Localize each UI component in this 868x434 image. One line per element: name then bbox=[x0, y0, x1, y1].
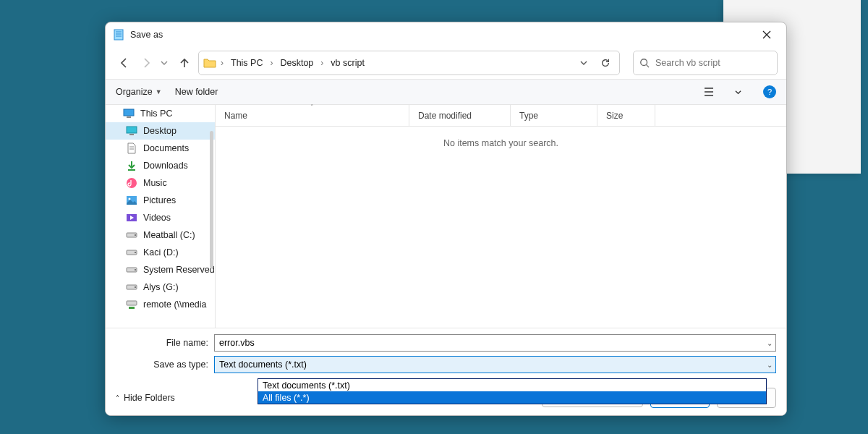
desktop-icon bbox=[126, 125, 137, 137]
svg-rect-11 bbox=[127, 127, 137, 133]
sidebar-item-label: Kaci (D:) bbox=[143, 247, 179, 258]
chevron-up-icon: ˄ bbox=[116, 394, 119, 402]
sidebar-item-music[interactable]: Music bbox=[106, 174, 215, 192]
sidebar-scrollbar[interactable] bbox=[210, 131, 213, 268]
sidebar-item-label: Meatball (C:) bbox=[143, 230, 195, 240]
bottom-panel: File name: ⌄ Save as type: Text document… bbox=[106, 328, 786, 415]
sidebar-item-label: Music bbox=[143, 178, 167, 188]
type-option-1[interactable]: All files (*.*) bbox=[258, 391, 766, 404]
toolbar: Organize ▼ New folder ? bbox=[106, 79, 786, 105]
sidebar-item-label: Downloads bbox=[143, 161, 188, 171]
breadcrumb-bar[interactable]: › This PC › Desktop › vb script bbox=[198, 51, 620, 75]
column-date[interactable]: Date modified bbox=[409, 105, 511, 126]
chevron-down-icon[interactable]: ⌄ bbox=[767, 361, 773, 369]
svg-rect-28 bbox=[127, 301, 137, 305]
dialog-body: This PCDesktopDocumentsDownloadsMusicPic… bbox=[106, 105, 786, 328]
sidebar-item-videos[interactable]: Videos bbox=[106, 209, 215, 226]
svg-rect-10 bbox=[127, 116, 131, 118]
chevron-right-icon: › bbox=[268, 58, 274, 68]
svg-point-25 bbox=[135, 269, 136, 271]
sidebar-item-documents[interactable]: Documents bbox=[106, 140, 215, 157]
sidebar-item-kaci-d-[interactable]: Kaci (D:) bbox=[106, 244, 215, 261]
hide-folders-label: Hide Folders bbox=[124, 393, 175, 403]
forward-button[interactable] bbox=[137, 54, 156, 72]
sidebar-item-system-reserved[interactable]: System Reserved bbox=[106, 261, 215, 278]
drive-icon bbox=[126, 247, 137, 258]
path-dropdown-button[interactable] bbox=[574, 54, 593, 72]
drive-icon bbox=[126, 281, 137, 293]
svg-point-18 bbox=[129, 198, 131, 200]
back-button[interactable] bbox=[114, 54, 133, 72]
video-icon bbox=[126, 212, 137, 224]
svg-point-27 bbox=[135, 286, 136, 288]
save-as-type-row: Save as type: Text documents (*.txt) ⌄ T… bbox=[149, 356, 776, 373]
svg-point-21 bbox=[135, 234, 136, 236]
sidebar-item-label: Videos bbox=[143, 213, 171, 223]
sidebar-item-pictures[interactable]: Pictures bbox=[106, 192, 215, 209]
sidebar-item-label: Desktop bbox=[143, 126, 176, 136]
sidebar-item-this-pc[interactable]: This PC bbox=[106, 105, 215, 122]
sidebar-item-label: remote (\\media bbox=[143, 299, 207, 310]
save-as-type-value: Text documents (*.txt) bbox=[219, 359, 307, 370]
up-button[interactable] bbox=[175, 54, 194, 72]
notepad-icon bbox=[113, 29, 124, 41]
svg-rect-12 bbox=[129, 134, 134, 135]
breadcrumb-item-0[interactable]: This PC bbox=[228, 56, 265, 70]
view-dropdown-button[interactable] bbox=[733, 89, 743, 95]
search-input[interactable] bbox=[655, 58, 771, 68]
sidebar-item-label: Alys (G:) bbox=[143, 282, 179, 292]
filename-input[interactable] bbox=[219, 338, 771, 348]
svg-rect-0 bbox=[114, 30, 123, 40]
column-headers: Name ˄ Date modified Type Size bbox=[216, 105, 786, 127]
sidebar-item-alys-g-[interactable]: Alys (G:) bbox=[106, 278, 215, 296]
search-icon bbox=[639, 58, 650, 68]
filename-row: File name: ⌄ bbox=[149, 334, 776, 352]
sidebar-item-desktop[interactable]: Desktop bbox=[106, 122, 215, 140]
sort-indicator-icon: ˄ bbox=[310, 103, 314, 111]
folder-icon bbox=[203, 56, 216, 69]
chevron-down-icon: ▼ bbox=[156, 88, 162, 95]
file-list: Name ˄ Date modified Type Size No items … bbox=[216, 105, 786, 328]
refresh-button[interactable] bbox=[596, 54, 615, 72]
help-button[interactable]: ? bbox=[763, 85, 776, 98]
window-title: Save as bbox=[130, 30, 754, 40]
save-as-dialog: Save as › This PC › Desktop › vb script bbox=[105, 22, 787, 416]
sidebar-item-downloads[interactable]: Downloads bbox=[106, 157, 215, 174]
chevron-down-icon[interactable]: ⌄ bbox=[767, 339, 773, 347]
svg-point-23 bbox=[135, 252, 136, 253]
sidebar: This PCDesktopDocumentsDownloadsMusicPic… bbox=[106, 105, 216, 328]
save-as-type-combobox[interactable]: Text documents (*.txt) ⌄ bbox=[214, 356, 776, 373]
sidebar-item-label: Pictures bbox=[143, 195, 176, 205]
nav-row: › This PC › Desktop › vb script bbox=[106, 47, 786, 79]
titlebar: Save as bbox=[106, 22, 786, 47]
chevron-right-icon: › bbox=[319, 58, 325, 68]
search-box[interactable] bbox=[633, 51, 778, 75]
column-name[interactable]: Name ˄ bbox=[216, 105, 409, 126]
column-size[interactable]: Size bbox=[597, 105, 655, 126]
column-type[interactable]: Type bbox=[511, 105, 597, 126]
music-icon bbox=[126, 177, 137, 189]
close-button[interactable] bbox=[754, 25, 779, 45]
picture-icon bbox=[126, 195, 137, 206]
svg-line-5 bbox=[647, 65, 650, 68]
view-options-button[interactable] bbox=[701, 87, 720, 97]
new-folder-button[interactable]: New folder bbox=[175, 87, 218, 97]
drive-icon bbox=[126, 264, 137, 276]
filename-combobox[interactable]: ⌄ bbox=[214, 334, 776, 352]
sidebar-item-remote-media[interactable]: remote (\\media bbox=[106, 296, 215, 313]
recent-locations-button[interactable] bbox=[161, 59, 171, 67]
chevron-right-icon: › bbox=[219, 58, 225, 68]
new-folder-label: New folder bbox=[175, 87, 218, 97]
organize-label: Organize bbox=[116, 87, 153, 97]
download-icon bbox=[126, 160, 137, 171]
sidebar-item-label: Documents bbox=[143, 143, 189, 153]
organize-button[interactable]: Organize ▼ bbox=[116, 87, 162, 97]
save-as-type-label: Save as type: bbox=[149, 359, 214, 370]
type-option-0[interactable]: Text documents (*.txt) bbox=[258, 379, 766, 391]
sidebar-item-meatball-c-[interactable]: Meatball (C:) bbox=[106, 226, 215, 244]
svg-point-4 bbox=[641, 59, 647, 66]
breadcrumb-item-1[interactable]: Desktop bbox=[277, 56, 316, 70]
breadcrumb-item-2[interactable]: vb script bbox=[328, 56, 367, 70]
hide-folders-button[interactable]: ˄ Hide Folders bbox=[116, 393, 175, 403]
sidebar-item-label: This PC bbox=[140, 109, 172, 119]
